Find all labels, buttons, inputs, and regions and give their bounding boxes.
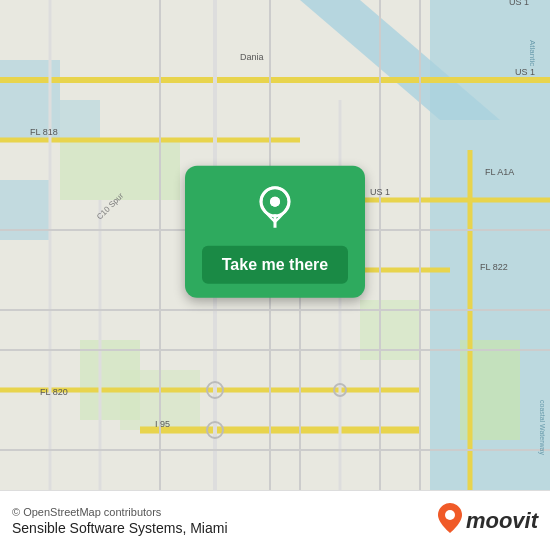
svg-text:I 95: I 95 [155, 419, 170, 429]
svg-rect-6 [60, 140, 180, 200]
svg-text:US 1: US 1 [515, 67, 535, 77]
bottom-left-info: © OpenStreetMap contributors Sensible So… [12, 506, 228, 536]
moovit-brand-label: moovit [466, 508, 538, 534]
bottom-bar: © OpenStreetMap contributors Sensible So… [0, 490, 550, 550]
button-overlay: Take me there [185, 166, 365, 298]
take-me-there-button[interactable]: Take me there [202, 246, 348, 284]
svg-rect-5 [60, 100, 100, 140]
svg-point-52 [445, 510, 455, 520]
map-container: FL 818 FL 820 I 95 FL 822 FL 822 FL A1A … [0, 0, 550, 490]
company-name: Sensible Software Systems, Miami [12, 520, 228, 536]
svg-text:FL A1A: FL A1A [485, 167, 514, 177]
copyright-text: © OpenStreetMap contributors [12, 506, 228, 518]
moovit-logo[interactable]: moovit [438, 503, 538, 539]
svg-text:FL 822: FL 822 [480, 262, 508, 272]
svg-text:US 1: US 1 [370, 187, 390, 197]
svg-point-51 [270, 197, 280, 207]
svg-text:FL 818: FL 818 [30, 127, 58, 137]
svg-text:coastal Waterway: coastal Waterway [538, 400, 546, 455]
svg-text:FL 820: FL 820 [40, 387, 68, 397]
moovit-pin-icon [438, 503, 462, 539]
svg-text:Atlantic: Atlantic [528, 40, 537, 66]
location-pin-icon [253, 184, 297, 228]
svg-text:Dania: Dania [240, 52, 264, 62]
svg-text:US 1: US 1 [509, 0, 529, 7]
green-card: Take me there [185, 166, 365, 298]
